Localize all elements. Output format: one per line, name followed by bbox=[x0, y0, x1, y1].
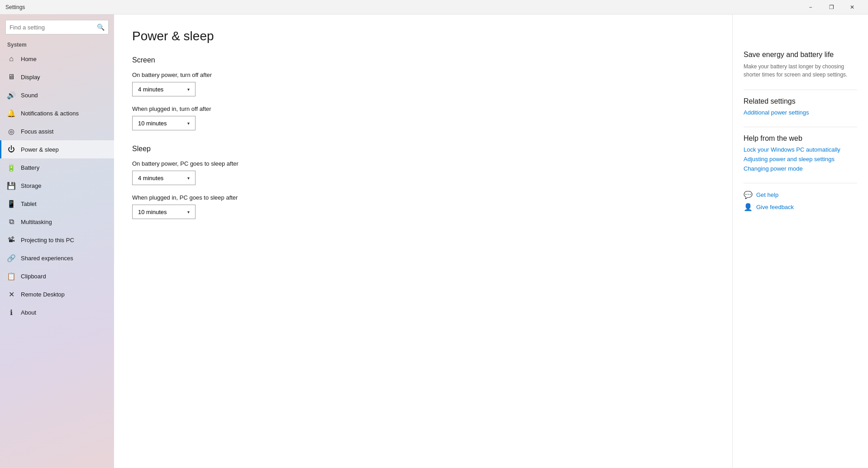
sleep-section: Sleep On battery power, PC goes to sleep… bbox=[132, 145, 714, 219]
get-help-action[interactable]: 💬 Get help bbox=[744, 191, 857, 199]
chevron-down-icon-3: ▾ bbox=[187, 176, 190, 181]
give-feedback-action[interactable]: 👤 Give feedback bbox=[744, 203, 857, 211]
related-settings-section: Related settings Additional power settin… bbox=[744, 97, 857, 116]
give-feedback-icon: 👤 bbox=[744, 203, 753, 211]
sidebar-item-focus[interactable]: ◎Focus assist bbox=[0, 122, 114, 140]
sidebar-item-shared[interactable]: 🔗Shared experiences bbox=[0, 249, 114, 267]
sleep-plugged-dropdown[interactable]: 10 minutes ▾ bbox=[132, 205, 196, 219]
minimize-button[interactable]: − bbox=[800, 0, 821, 14]
storage-icon: 💾 bbox=[7, 181, 15, 190]
nav-list: ⌂Home🖥Display🔊Sound🔔Notifications & acti… bbox=[0, 50, 114, 321]
sidebar-item-label-tablet: Tablet bbox=[21, 201, 37, 207]
chevron-down-icon-2: ▾ bbox=[187, 121, 190, 126]
screen-plugged-field: When plugged in, turn off after 10 minut… bbox=[132, 105, 714, 130]
related-settings-title: Related settings bbox=[744, 97, 857, 105]
sidebar-item-label-sound: Sound bbox=[21, 92, 38, 99]
divider-3 bbox=[744, 183, 857, 183]
sidebar-item-about[interactable]: ℹAbout bbox=[0, 303, 114, 321]
sidebar-item-label-display: Display bbox=[21, 74, 40, 81]
sleep-plugged-value: 10 minutes bbox=[138, 209, 167, 215]
sidebar-item-label-projecting: Projecting to this PC bbox=[21, 237, 74, 244]
titlebar: Settings − ❐ ✕ bbox=[0, 0, 868, 14]
sidebar-item-notifications[interactable]: 🔔Notifications & actions bbox=[0, 104, 114, 122]
power-icon: ⏻ bbox=[7, 145, 15, 153]
sidebar-item-clipboard[interactable]: 📋Clipboard bbox=[0, 267, 114, 285]
sidebar-item-label-power: Power & sleep bbox=[21, 146, 59, 153]
sidebar-item-remote[interactable]: ✕Remote Desktop bbox=[0, 285, 114, 303]
sound-icon: 🔊 bbox=[7, 91, 15, 99]
close-button[interactable]: ✕ bbox=[842, 0, 863, 14]
sidebar-item-label-clipboard: Clipboard bbox=[21, 273, 46, 280]
sleep-plugged-label: When plugged in, PC goes to sleep after bbox=[132, 194, 714, 201]
sidebar-item-label-shared: Shared experiences bbox=[21, 255, 73, 262]
screen-section: Screen On battery power, turn off after … bbox=[132, 56, 714, 130]
titlebar-controls: − ❐ ✕ bbox=[800, 0, 863, 14]
get-help-link[interactable]: Get help bbox=[756, 191, 778, 198]
screen-battery-value: 4 minutes bbox=[138, 86, 163, 93]
sidebar-item-battery[interactable]: 🔋Battery bbox=[0, 158, 114, 177]
sidebar-item-label-home: Home bbox=[21, 56, 37, 62]
search-input[interactable] bbox=[6, 24, 93, 31]
chevron-down-icon: ▾ bbox=[187, 87, 190, 92]
sidebar-item-home[interactable]: ⌂Home bbox=[0, 50, 114, 68]
changing-power-mode-link[interactable]: Changing power mode bbox=[744, 165, 857, 172]
screen-plugged-value: 10 minutes bbox=[138, 120, 167, 127]
titlebar-title: Settings bbox=[5, 4, 800, 10]
about-icon: ℹ bbox=[7, 308, 15, 316]
lock-pc-link[interactable]: Lock your Windows PC automatically bbox=[744, 146, 857, 153]
sidebar: 🔍 System ⌂Home🖥Display🔊Sound🔔Notificatio… bbox=[0, 14, 114, 468]
clipboard-icon: 📋 bbox=[7, 272, 15, 280]
sleep-battery-field: On battery power, PC goes to sleep after… bbox=[132, 160, 714, 185]
sleep-battery-label: On battery power, PC goes to sleep after bbox=[132, 160, 714, 167]
divider-2 bbox=[744, 127, 857, 127]
app: 🔍 System ⌂Home🖥Display🔊Sound🔔Notificatio… bbox=[0, 0, 868, 468]
restore-button[interactable]: ❐ bbox=[821, 0, 842, 14]
divider-1 bbox=[744, 90, 857, 90]
search-icon: 🔍 bbox=[93, 24, 108, 31]
notifications-icon: 🔔 bbox=[7, 109, 15, 117]
sidebar-item-display[interactable]: 🖥Display bbox=[0, 68, 114, 86]
sidebar-item-label-multitasking: Multitasking bbox=[21, 219, 52, 225]
sidebar-item-label-notifications: Notifications & actions bbox=[21, 110, 79, 117]
sidebar-item-sound[interactable]: 🔊Sound bbox=[0, 86, 114, 104]
adjusting-link[interactable]: Adjusting power and sleep settings bbox=[744, 156, 857, 162]
sidebar-item-projecting[interactable]: 📽Projecting to this PC bbox=[0, 231, 114, 249]
sidebar-item-label-remote: Remote Desktop bbox=[21, 291, 65, 298]
tablet-icon: 📱 bbox=[7, 200, 15, 208]
sleep-plugged-field: When plugged in, PC goes to sleep after … bbox=[132, 194, 714, 219]
screen-battery-label: On battery power, turn off after bbox=[132, 72, 714, 78]
main-content: Power & sleep Screen On battery power, t… bbox=[114, 14, 732, 468]
page-title: Power & sleep bbox=[132, 29, 714, 43]
chevron-down-icon-4: ▾ bbox=[187, 210, 190, 215]
sidebar-item-tablet[interactable]: 📱Tablet bbox=[0, 195, 114, 213]
screen-section-title: Screen bbox=[132, 56, 714, 64]
battery-icon: 🔋 bbox=[7, 163, 15, 172]
sleep-battery-dropdown[interactable]: 4 minutes ▾ bbox=[132, 171, 196, 185]
save-energy-section: Save energy and battery life Make your b… bbox=[744, 51, 857, 79]
system-label: System bbox=[0, 38, 114, 50]
additional-power-settings-link[interactable]: Additional power settings bbox=[744, 109, 857, 116]
screen-battery-field: On battery power, turn off after 4 minut… bbox=[132, 72, 714, 96]
screen-plugged-dropdown[interactable]: 10 minutes ▾ bbox=[132, 116, 196, 130]
sidebar-item-multitasking[interactable]: ⧉Multitasking bbox=[0, 213, 114, 231]
screen-plugged-label: When plugged in, turn off after bbox=[132, 105, 714, 112]
help-section: Help from the web Lock your Windows PC a… bbox=[744, 134, 857, 172]
focus-icon: ◎ bbox=[7, 127, 15, 135]
help-title: Help from the web bbox=[744, 134, 857, 143]
give-feedback-link[interactable]: Give feedback bbox=[756, 204, 794, 210]
display-icon: 🖥 bbox=[7, 73, 15, 81]
right-panel: Save energy and battery life Make your b… bbox=[732, 14, 868, 468]
sidebar-item-label-about: About bbox=[21, 309, 36, 316]
projecting-icon: 📽 bbox=[7, 236, 15, 244]
search-box[interactable]: 🔍 bbox=[5, 20, 109, 34]
save-energy-desc: Make your battery last longer by choosin… bbox=[744, 62, 857, 79]
screen-battery-dropdown[interactable]: 4 minutes ▾ bbox=[132, 82, 196, 96]
sleep-section-title: Sleep bbox=[132, 145, 714, 153]
sidebar-item-power[interactable]: ⏻Power & sleep bbox=[0, 140, 114, 158]
shared-icon: 🔗 bbox=[7, 254, 15, 262]
sidebar-item-label-battery: Battery bbox=[21, 164, 39, 171]
sidebar-item-label-focus: Focus assist bbox=[21, 128, 53, 135]
get-help-icon: 💬 bbox=[744, 191, 753, 199]
home-icon: ⌂ bbox=[7, 55, 15, 63]
sidebar-item-storage[interactable]: 💾Storage bbox=[0, 177, 114, 195]
